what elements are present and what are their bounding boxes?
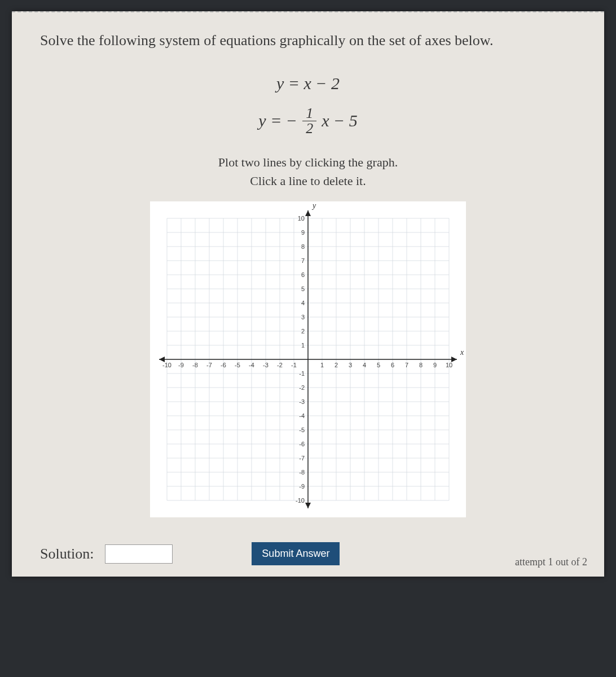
svg-text:9: 9	[301, 229, 305, 236]
svg-text:8: 8	[419, 362, 423, 368]
svg-text:4: 4	[363, 362, 366, 368]
graph-container: -10-9-8-7-6-5-4-3-2-112345678910-10-9-8-…	[40, 201, 576, 520]
svg-text:-5: -5	[235, 362, 240, 368]
graph-instructions: Plot two lines by clicking the graph. Cl…	[40, 153, 576, 190]
svg-text:-3: -3	[299, 398, 305, 405]
equation-2: y = − 1 2 x − 5	[40, 105, 576, 136]
eq2-prefix: y = −	[258, 105, 297, 136]
coordinate-graph[interactable]: -10-9-8-7-6-5-4-3-2-112345678910-10-9-8-…	[150, 201, 466, 517]
svg-text:-4: -4	[299, 412, 305, 419]
svg-text:1: 1	[320, 362, 324, 368]
svg-text:-6: -6	[221, 362, 226, 368]
svg-text:3: 3	[349, 362, 352, 368]
svg-text:7: 7	[405, 362, 408, 368]
svg-text:3: 3	[301, 314, 305, 320]
svg-text:-9: -9	[178, 362, 184, 368]
svg-text:-8: -8	[299, 469, 305, 476]
eq2-suffix: x − 5	[322, 105, 358, 136]
svg-text:-10: -10	[296, 497, 305, 504]
svg-text:-5: -5	[299, 427, 305, 433]
instruction-line-1: Plot two lines by clicking the graph.	[40, 153, 576, 172]
svg-text:9: 9	[433, 362, 437, 368]
solution-input[interactable]	[105, 544, 173, 564]
svg-marker-46	[305, 210, 311, 216]
svg-text:-8: -8	[192, 362, 198, 368]
svg-text:1: 1	[301, 342, 305, 349]
svg-text:-10: -10	[162, 362, 171, 368]
svg-text:-2: -2	[277, 362, 283, 368]
svg-text:-2: -2	[299, 384, 305, 391]
instruction-line-2: Click a line to delete it.	[40, 172, 576, 190]
svg-text:2: 2	[301, 328, 305, 335]
fraction-one-half: 1 2	[302, 106, 316, 136]
fraction-numerator: 1	[302, 106, 316, 121]
svg-text:2: 2	[335, 362, 338, 368]
worksheet-page: Solve the following system of equations …	[12, 11, 604, 577]
svg-text:10: 10	[446, 362, 452, 368]
svg-text:-3: -3	[263, 362, 269, 368]
problem-prompt: Solve the following system of equations …	[40, 29, 576, 51]
submit-answer-button[interactable]: Submit Answer	[252, 542, 340, 565]
svg-text:-7: -7	[206, 362, 212, 368]
fraction-denominator: 2	[302, 121, 316, 136]
svg-text:5: 5	[301, 285, 305, 292]
svg-text:4: 4	[301, 300, 305, 306]
svg-text:-9: -9	[299, 483, 305, 490]
svg-text:-1: -1	[299, 370, 305, 377]
svg-text:-6: -6	[299, 441, 305, 447]
svg-text:7: 7	[301, 257, 305, 264]
svg-text:5: 5	[377, 362, 380, 368]
svg-text:6: 6	[391, 362, 394, 368]
solution-label: Solution:	[40, 546, 94, 562]
svg-marker-47	[305, 503, 311, 508]
answer-row: Solution: Submit Answer	[40, 542, 576, 565]
svg-text:-7: -7	[299, 455, 305, 461]
svg-text:8: 8	[301, 243, 305, 250]
svg-text:10: 10	[298, 215, 305, 222]
svg-text:-1: -1	[291, 362, 297, 368]
attempt-counter: attempt 1 out of 2	[515, 556, 587, 568]
svg-text:6: 6	[301, 271, 305, 278]
equation-1: y = x − 2	[40, 68, 576, 99]
equations-block: y = x − 2 y = − 1 2 x − 5	[40, 68, 576, 136]
svg-text:-4: -4	[249, 362, 254, 368]
svg-text:x: x	[460, 348, 464, 357]
svg-text:y: y	[311, 201, 316, 210]
